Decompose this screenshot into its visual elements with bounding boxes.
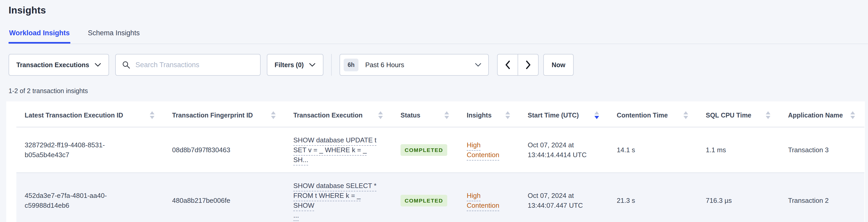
filters-dropdown-label: Filters (0) — [275, 61, 304, 69]
column-header-latest-transaction-execution-id[interactable]: Latest Transaction Execution ID — [17, 107, 164, 127]
tabs: Workload Insights Schema Insights — [8, 29, 868, 44]
transaction-type-dropdown-label: Transaction Executions — [17, 61, 89, 69]
cell-insights: High Contention — [458, 173, 519, 222]
status-badge: COMPLETED — [401, 195, 447, 207]
sort-icon[interactable] — [150, 111, 154, 119]
column-header-transaction-execution[interactable]: Transaction Execution — [285, 107, 392, 127]
filters-dropdown[interactable]: Filters (0) — [267, 54, 324, 76]
time-range-picker[interactable]: 6h Past 6 Hours — [340, 54, 489, 76]
column-header-label[interactable]: Insights — [467, 112, 492, 119]
column-header-transaction-fingerprint-id[interactable]: Transaction Fingerprint ID — [164, 107, 285, 127]
column-header-application-name[interactable]: Application Name — [780, 107, 864, 127]
tab-workload-insights[interactable]: Workload Insights — [8, 29, 70, 43]
transaction-type-dropdown[interactable]: Transaction Executions — [8, 54, 109, 76]
column-header-label[interactable]: SQL CPU Time — [706, 112, 751, 119]
cell-latest-execution-id: 452da3e7-e7fa-4801-aa40-c59988d14eb6 — [17, 173, 164, 222]
time-range-arrows — [497, 54, 538, 76]
chevron-down-icon — [309, 63, 316, 67]
column-header-label[interactable]: Transaction Fingerprint ID — [172, 112, 253, 119]
toolbar-divider — [331, 54, 332, 76]
cell-insights: High Contention — [458, 127, 519, 173]
transaction-execution-link[interactable]: SHOW database UPDATE t SET v = _ WHERE k… — [293, 136, 376, 164]
cell-sql-cpu-time: 1.1 ms — [698, 127, 780, 173]
cell-transaction-execution: SHOW database SELECT * FROM t WHERE k = … — [285, 173, 392, 222]
table-header-row: Latest Transaction Execution ID Transact… — [17, 107, 864, 127]
column-header-start-time[interactable]: Start Time (UTC) — [519, 107, 609, 127]
column-header-contention-time[interactable]: Contention Time — [609, 107, 698, 127]
time-range-badge: 6h — [344, 59, 359, 71]
search-input[interactable] — [135, 61, 254, 69]
column-header-label[interactable]: Start Time (UTC) — [528, 112, 579, 119]
cell-fingerprint-id: 08d8b7d97f830463 — [164, 127, 285, 173]
high-contention-link[interactable]: High Contention — [467, 192, 499, 209]
chevron-left-icon — [505, 60, 511, 69]
sort-icon[interactable] — [850, 111, 855, 119]
sort-icon[interactable] — [766, 111, 770, 119]
column-header-label[interactable]: Contention Time — [617, 112, 668, 119]
cell-start-time: Oct 07, 2024 at 13:44:14.4414 UTC — [519, 127, 609, 173]
insights-table-card: Latest Transaction Execution ID Transact… — [6, 101, 865, 222]
insights-page: Insights Workload Insights Schema Insigh… — [0, 0, 868, 222]
results-summary: 1-2 of 2 transaction insights — [8, 87, 860, 95]
cell-application-name: Transaction 2 — [780, 173, 864, 222]
column-header-status[interactable]: Status — [392, 107, 458, 127]
column-header-label[interactable]: Status — [401, 112, 420, 119]
chevron-down-icon — [475, 63, 482, 67]
table-row: 452da3e7-e7fa-4801-aa40-c59988d14eb6 480… — [17, 173, 864, 222]
chevron-down-icon — [94, 63, 101, 67]
cell-transaction-execution: SHOW database UPDATE t SET v = _ WHERE k… — [285, 127, 392, 173]
cell-status: COMPLETED — [392, 173, 458, 222]
cell-status: COMPLETED — [392, 127, 458, 173]
cell-contention-time: 14.1 s — [609, 127, 698, 173]
column-header-label[interactable]: Application Name — [788, 112, 843, 119]
time-prev-button[interactable] — [497, 54, 518, 76]
transaction-execution-link[interactable]: SHOW database SELECT * FROM t WHERE k = … — [293, 182, 376, 219]
time-range-label: Past 6 Hours — [365, 61, 475, 69]
column-header-label[interactable]: Transaction Execution — [293, 112, 363, 119]
cell-contention-time: 21.3 s — [609, 173, 698, 222]
sort-icon[interactable] — [505, 111, 510, 119]
page-title: Insights — [0, 0, 868, 16]
now-button[interactable]: Now — [543, 54, 574, 76]
column-header-sql-cpu-time[interactable]: SQL CPU Time — [698, 107, 780, 127]
cell-sql-cpu-time: 716.3 µs — [698, 173, 780, 222]
cell-application-name: Transaction 3 — [780, 127, 864, 173]
column-header-insights[interactable]: Insights — [458, 107, 519, 127]
tab-schema-insights[interactable]: Schema Insights — [88, 29, 141, 43]
cell-fingerprint-id: 480a8b217be006fe — [164, 173, 285, 222]
sort-icon-active-desc[interactable] — [594, 111, 599, 119]
cell-latest-execution-id: 328729d2-ff19-4408-8531-b05a5b4e43c7 — [17, 127, 164, 173]
sort-icon[interactable] — [683, 111, 688, 119]
sort-icon[interactable] — [271, 111, 276, 119]
high-contention-link[interactable]: High Contention — [467, 141, 499, 159]
table-row: 328729d2-ff19-4408-8531-b05a5b4e43c7 08d… — [17, 127, 864, 173]
chevron-right-icon — [525, 60, 531, 69]
transaction-insights-table: Latest Transaction Execution ID Transact… — [17, 107, 864, 222]
time-next-button[interactable] — [518, 54, 538, 76]
sort-icon[interactable] — [444, 111, 449, 119]
column-header-label[interactable]: Latest Transaction Execution ID — [25, 112, 123, 119]
search-box — [115, 54, 260, 76]
cell-start-time: Oct 07, 2024 at 13:44:07.447 UTC — [519, 173, 609, 222]
search-icon — [122, 61, 130, 69]
status-badge: COMPLETED — [401, 144, 447, 156]
sort-icon[interactable] — [378, 111, 383, 119]
toolbar: Transaction Executions Filters (0) 6h Pa… — [8, 54, 860, 76]
